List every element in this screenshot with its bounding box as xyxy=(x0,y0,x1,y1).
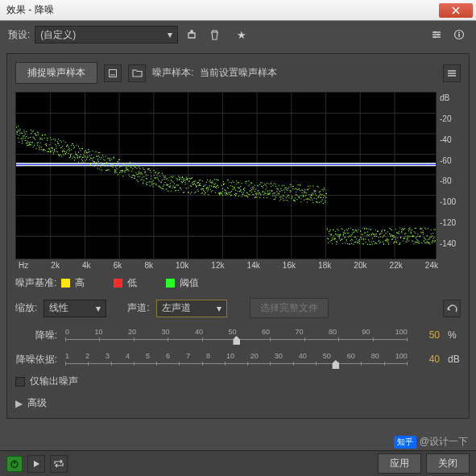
svg-point-408 xyxy=(143,176,144,177)
svg-point-1022 xyxy=(349,235,350,236)
close-button-footer[interactable]: 关闭 xyxy=(426,453,470,474)
output-noise-row: 仅输出噪声 xyxy=(15,375,461,388)
output-noise-checkbox[interactable] xyxy=(15,377,25,387)
load-sample-icon[interactable] xyxy=(104,64,122,82)
svg-point-415 xyxy=(146,174,147,175)
svg-point-492 xyxy=(172,180,172,181)
svg-point-526 xyxy=(183,180,184,181)
svg-point-843 xyxy=(289,190,290,191)
nr-slider[interactable]: 0102030405060708090100 xyxy=(65,328,408,342)
svg-point-95 xyxy=(38,132,39,133)
svg-point-1097 xyxy=(375,236,375,237)
svg-point-436 xyxy=(152,186,153,187)
svg-point-344 xyxy=(122,172,122,172)
svg-point-829 xyxy=(284,200,285,201)
svg-point-221 xyxy=(80,150,81,151)
svg-point-454 xyxy=(159,186,159,187)
svg-point-1241 xyxy=(423,230,424,231)
scale-select[interactable]: 线性▾ xyxy=(43,300,106,317)
svg-point-724 xyxy=(249,184,250,184)
svg-point-517 xyxy=(180,177,180,178)
svg-point-439 xyxy=(154,170,155,171)
svg-point-417 xyxy=(147,182,147,183)
svg-point-614 xyxy=(212,182,213,183)
svg-point-35 xyxy=(18,126,19,126)
svg-point-475 xyxy=(166,188,167,189)
svg-point-1157 xyxy=(395,236,395,237)
svg-point-853 xyxy=(292,188,293,189)
svg-point-1211 xyxy=(412,236,413,237)
svg-point-1013 xyxy=(346,241,347,242)
svg-point-1214 xyxy=(413,231,414,232)
svg-point-1055 xyxy=(360,237,361,238)
svg-point-212 xyxy=(77,155,78,156)
delete-preset-icon[interactable] xyxy=(205,26,223,43)
svg-point-728 xyxy=(250,190,251,191)
svg-point-959 xyxy=(328,238,329,239)
spectrum-plot[interactable]: dB-20-40-60-80-100-120-140 xyxy=(15,92,461,259)
svg-point-1254 xyxy=(428,242,428,242)
close-button[interactable] xyxy=(439,3,473,18)
svg-point-297 xyxy=(106,170,107,171)
undo-icon[interactable] xyxy=(443,300,461,317)
svg-point-1243 xyxy=(424,240,424,241)
svg-point-913 xyxy=(313,193,313,194)
svg-point-832 xyxy=(285,187,286,188)
svg-point-1276 xyxy=(435,240,436,241)
svg-point-336 xyxy=(119,172,120,173)
svg-point-1219 xyxy=(416,228,416,229)
svg-point-37 xyxy=(19,135,19,136)
svg-point-539 xyxy=(187,179,188,180)
settings-icon[interactable] xyxy=(428,26,445,43)
svg-point-762 xyxy=(263,192,263,192)
save-preset-icon[interactable] xyxy=(183,26,201,43)
folder-icon[interactable] xyxy=(128,64,146,82)
advanced-toggle[interactable]: ▶ 高级 xyxy=(15,396,461,410)
svg-point-542 xyxy=(188,192,188,192)
loop-button[interactable] xyxy=(50,455,68,473)
svg-point-618 xyxy=(214,186,215,187)
svg-point-215 xyxy=(78,151,79,152)
svg-point-40 xyxy=(19,133,20,134)
svg-point-670 xyxy=(231,182,232,183)
svg-point-633 xyxy=(219,193,220,194)
svg-point-301 xyxy=(107,166,108,167)
svg-point-875 xyxy=(300,184,300,185)
svg-point-949 xyxy=(325,200,325,201)
help-icon[interactable] xyxy=(450,26,468,43)
play-button[interactable] xyxy=(27,455,45,473)
svg-point-1216 xyxy=(415,242,416,242)
svg-point-399 xyxy=(140,172,141,173)
by-slider[interactable]: 1234567810203040506080100 xyxy=(65,352,408,366)
svg-point-329 xyxy=(116,172,117,173)
chevron-down-icon: ▾ xyxy=(217,303,221,314)
channel-select[interactable]: 左声道▾ xyxy=(156,300,227,317)
svg-point-746 xyxy=(256,194,257,195)
preset-select[interactable]: (自定义) ▾ xyxy=(35,26,178,43)
svg-point-897 xyxy=(308,198,308,199)
svg-point-826 xyxy=(284,189,284,190)
svg-point-339 xyxy=(120,166,121,167)
nr-value[interactable]: 50 xyxy=(416,329,440,341)
svg-point-497 xyxy=(172,176,173,176)
power-button[interactable] xyxy=(6,456,23,472)
svg-point-1172 xyxy=(399,244,400,245)
svg-point-755 xyxy=(259,197,260,198)
svg-point-476 xyxy=(166,184,167,185)
svg-point-59 xyxy=(26,136,27,137)
svg-point-569 xyxy=(197,183,197,184)
svg-point-164 xyxy=(61,155,62,156)
favorite-icon[interactable]: ★ xyxy=(233,26,250,43)
graph-menu-icon[interactable] xyxy=(443,64,461,82)
svg-point-333 xyxy=(118,163,119,164)
by-value[interactable]: 40 xyxy=(416,354,440,365)
svg-point-308 xyxy=(110,157,110,158)
svg-point-1260 xyxy=(429,238,430,239)
svg-point-187 xyxy=(69,157,70,158)
svg-point-453 xyxy=(159,172,159,173)
capture-noise-button[interactable]: 捕捉噪声样本 xyxy=(15,62,97,84)
svg-point-1236 xyxy=(421,229,422,230)
apply-button[interactable]: 应用 xyxy=(378,453,421,474)
svg-point-74 xyxy=(31,130,31,130)
svg-point-114 xyxy=(45,150,46,151)
